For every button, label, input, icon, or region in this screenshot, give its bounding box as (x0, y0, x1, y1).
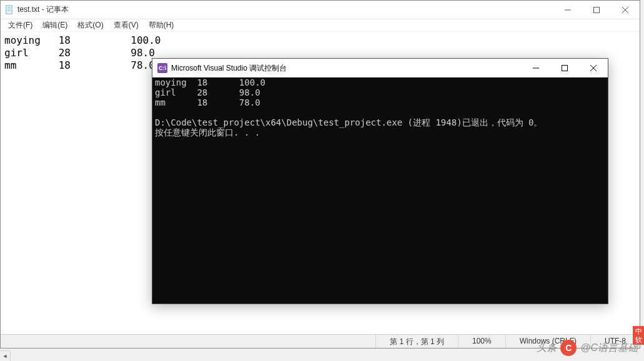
console-window: C:\ Microsoft Visual Studio 调试控制台 moying… (152, 58, 608, 304)
watermark-account: @C语言基础 (580, 342, 638, 355)
watermark-avatar-icon: C (560, 340, 577, 356)
menu-view[interactable]: 查看(V) (109, 19, 144, 32)
svg-rect-0 (6, 6, 12, 14)
notepad-title: test.txt - 记事本 (4, 4, 69, 15)
minimize-icon (565, 7, 571, 13)
menu-format[interactable]: 格式(O) (72, 19, 108, 32)
svg-rect-9 (562, 66, 568, 71)
notepad-window-controls (553, 1, 640, 19)
minimize-button[interactable] (553, 1, 582, 19)
console-output[interactable]: moying 18 100.0 girl 28 98.0 mm 18 78.0 … (152, 77, 608, 137)
notepad-line: moying 18 100.0 (4, 34, 161, 46)
menu-file[interactable]: 文件(F) (3, 19, 37, 32)
menu-edit[interactable]: 编辑(E) (37, 19, 72, 32)
notepad-line: girl 28 98.0 (4, 47, 155, 59)
console-line: moying 18 100.0 (155, 77, 265, 87)
notepad-title-text: test.txt - 记事本 (17, 4, 69, 15)
console-icon: C:\ (157, 63, 167, 73)
svg-rect-5 (594, 7, 600, 12)
maximize-icon (562, 65, 568, 71)
console-line: D:\Code\test_project\x64\Debug\test_proj… (155, 117, 542, 127)
close-button[interactable] (611, 1, 640, 19)
console-window-controls (522, 59, 608, 77)
close-icon (622, 7, 628, 13)
console-title-text: Microsoft Visual Studio 调试控制台 (171, 63, 287, 74)
console-line: 按任意键关闭此窗口. . . (155, 127, 260, 137)
notepad-titlebar[interactable]: test.txt - 记事本 (1, 1, 640, 19)
maximize-button[interactable] (582, 1, 611, 19)
notepad-file-icon (4, 5, 14, 14)
console-line: girl 28 98.0 (155, 87, 260, 97)
maximize-icon (593, 7, 600, 13)
console-close-button[interactable] (579, 59, 608, 77)
status-zoom: 100% (458, 335, 506, 348)
watermark: 头条 C @C语言基础 (537, 340, 638, 356)
scroll-left-button[interactable]: ◄ (0, 350, 11, 361)
console-titlebar[interactable]: C:\ Microsoft Visual Studio 调试控制台 (152, 59, 608, 77)
status-spacer (1, 335, 376, 348)
notepad-line: mm 18 78.0 (4, 59, 155, 71)
minimize-icon (533, 65, 539, 71)
notepad-menubar: 文件(F) 编辑(E) 格式(O) 查看(V) 帮助(H) (1, 19, 640, 32)
console-minimize-button[interactable] (522, 59, 550, 77)
watermark-prefix: 头条 (537, 342, 557, 355)
menu-help[interactable]: 帮助(H) (144, 19, 179, 32)
close-icon (590, 65, 597, 71)
status-position: 第 1 行，第 1 列 (376, 335, 458, 348)
console-line: mm 18 78.0 (155, 97, 260, 107)
console-maximize-button[interactable] (550, 59, 579, 77)
